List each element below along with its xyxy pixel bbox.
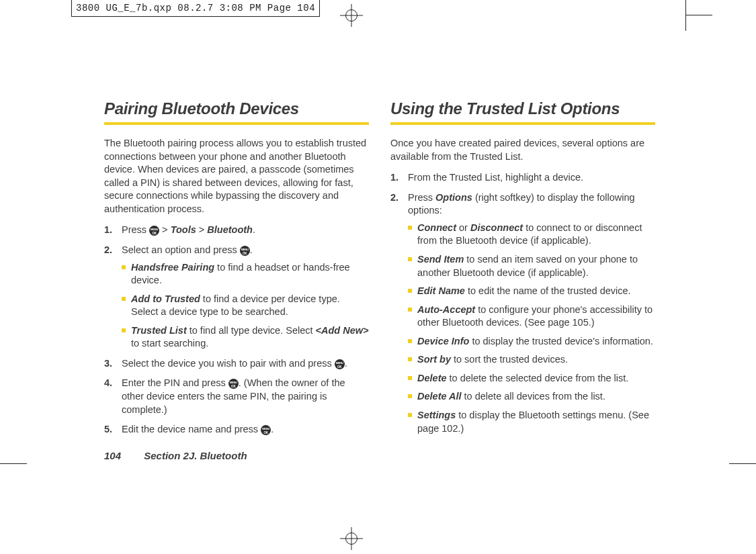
menu-ok-icon [228, 379, 239, 389]
option-desc: to delete the selected device from the l… [447, 373, 629, 383]
crop-header: 3800 UG_E_7b.qxp 08.2.7 3:08 PM Page 104 [71, 0, 320, 17]
option-desc: or [456, 222, 470, 233]
step-text: Press [408, 192, 435, 203]
option-desc: to edit the name of the trusted device. [465, 285, 631, 296]
option-label: Connect [417, 222, 456, 233]
menu-path-bluetooth: Bluetooth [207, 224, 253, 235]
step-2: Press Options (right softkey) to display… [390, 191, 655, 435]
opt-settings: Settings to display the Bluetooth settin… [408, 409, 655, 435]
steps-list: Press > Tools > Bluetooth. Select an opt… [104, 224, 369, 436]
registration-mark-bottom [344, 531, 359, 546]
option-desc: to start searching. [131, 338, 208, 349]
step-text: Select an option and press [122, 244, 240, 255]
section-title: Using the Trusted List Options [390, 99, 655, 125]
sub-trusted-list: Trusted List to find all type device. Se… [122, 324, 369, 351]
section-id: Section 2J. Bluetooth [144, 450, 247, 461]
crop-mark [685, 0, 686, 31]
menu-path-tools: Tools [171, 224, 196, 235]
add-new-label: <Add New> [316, 325, 369, 336]
option-label: Settings [417, 410, 456, 420]
option-label: Delete [417, 373, 447, 383]
menu-ok-icon [261, 425, 271, 435]
trim-mark [729, 463, 756, 464]
opt-device-info: Device Info to display the trusted devic… [408, 335, 655, 349]
step-4: Enter the PIN and press . (When the owne… [104, 377, 369, 416]
option-label: Sort by [417, 354, 451, 365]
step-2: Select an option and press . Handsfree P… [104, 244, 369, 351]
sub-options: Handsfree Pairing to find a headset or h… [122, 261, 369, 351]
option-desc: to display the trusted device's informat… [469, 336, 653, 347]
menu-ok-icon [240, 246, 250, 256]
intro-paragraph: The Bluetooth pairing process allows you… [104, 137, 369, 216]
right-column: Using the Trusted List Options Once you … [390, 99, 655, 443]
left-column: Pairing Bluetooth Devices The Bluetooth … [104, 99, 369, 443]
step-text: Select the device you wish to pair with … [122, 358, 335, 369]
menu-ok-icon [149, 226, 159, 236]
option-label: Handsfree Pairing [131, 262, 214, 273]
step-3: Select the device you wish to pair with … [104, 357, 369, 371]
option-label: Add to Trusted [131, 293, 200, 304]
steps-list: From the Trusted List, highlight a devic… [390, 171, 655, 435]
step-1: From the Trusted List, highlight a devic… [390, 171, 655, 185]
option-label: Edit Name [417, 285, 465, 296]
opt-sort-by: Sort by to sort the trusted devices. [408, 353, 655, 367]
sub-options: Connect or Disconnect to connect to or d… [408, 222, 655, 435]
step-1: Press > Tools > Bluetooth. [104, 224, 369, 237]
sub-add-to-trusted: Add to Trusted to find a device per devi… [122, 293, 369, 319]
registration-mark-top [344, 8, 359, 23]
opt-send-item: Send Item to send an item saved on your … [408, 253, 655, 279]
opt-edit-name: Edit Name to edit the name of the truste… [408, 285, 655, 298]
opt-delete: Delete to delete the selected device fro… [408, 372, 655, 385]
step-text: Edit the device name and press [122, 424, 261, 434]
option-label: Trusted List [131, 325, 187, 336]
crop-mark [685, 15, 712, 15]
intro-paragraph: Once you have created paired devices, se… [390, 137, 655, 163]
section-title: Pairing Bluetooth Devices [104, 99, 369, 125]
step-text: Press [122, 224, 149, 235]
page-number: 104 [104, 450, 121, 461]
option-label: Delete All [417, 391, 462, 402]
menu-ok-icon [335, 359, 345, 369]
sub-handsfree: Handsfree Pairing to find a headset or h… [122, 261, 369, 287]
option-desc: to sort the trusted devices. [451, 354, 568, 365]
option-label: Auto-Accept [417, 304, 475, 315]
opt-connect: Connect or Disconnect to connect to or d… [408, 222, 655, 248]
option-desc: to delete all devices from the list. [462, 391, 605, 402]
page-footer: 104 Section 2J. Bluetooth [104, 450, 247, 461]
option-label: Send Item [417, 254, 464, 265]
option-label: Device Info [417, 336, 469, 347]
step-text: Enter the PIN and press [122, 377, 228, 388]
options-softkey-label: Options [435, 192, 472, 203]
option-desc: to find all type device. Select [187, 325, 316, 336]
trim-mark [0, 463, 27, 464]
page-content: Pairing Bluetooth Devices The Bluetooth … [104, 99, 655, 443]
opt-auto-accept: Auto-Accept to configure your phone's ac… [408, 304, 655, 330]
opt-delete-all: Delete All to delete all devices from th… [408, 390, 655, 404]
option-label: Disconnect [470, 222, 523, 233]
step-5: Edit the device name and press . [104, 423, 369, 436]
